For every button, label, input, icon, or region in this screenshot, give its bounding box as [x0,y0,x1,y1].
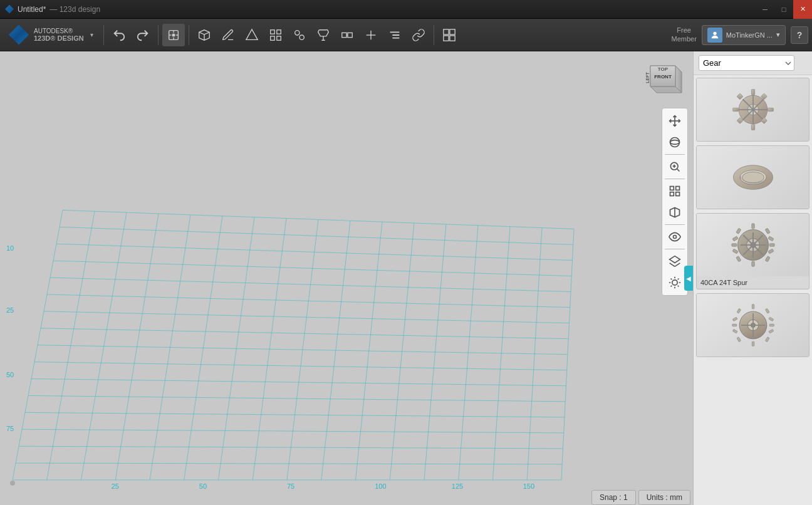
svg-text:FRONT: FRONT [654,74,672,80]
undo-button[interactable] [108,24,130,46]
svg-line-36 [677,169,680,172]
app-diamond-icon [9,25,29,45]
svg-point-33 [670,138,680,147]
maximize-button[interactable]: □ [774,0,793,19]
svg-rect-94 [765,337,769,342]
titlebar-title: Untitled* [18,5,46,14]
pan-button[interactable] [665,111,685,131]
construct-button[interactable] [241,24,263,46]
svg-rect-96 [732,329,737,333]
nav-sep-2 [665,179,685,179]
modify-button[interactable] [264,24,287,46]
right-panel: Gear Bracket Connector [693,51,812,505]
sketch-button[interactable] [217,24,239,46]
redo-button[interactable] [132,24,154,46]
panel-collapse-tab[interactable]: ◀ [684,266,693,291]
svg-line-45 [670,263,675,266]
app-dropdown-button[interactable]: ▾ [89,30,95,39]
titlebar-controls: ─ □ ✕ [756,0,812,19]
visibility-button[interactable] [665,227,685,247]
right-panel-wrapper: ◀ Gear Bracket Connector [693,51,812,505]
user-button[interactable]: MoTinkerGN ... ▾ [702,25,786,45]
svg-rect-14 [348,33,352,37]
svg-rect-57 [768,108,773,111]
svg-rect-19 [450,29,455,34]
svg-rect-70 [731,244,736,246]
svg-rect-68 [751,224,754,229]
app-name: AUTODESK® 123D® DESIGN [34,28,84,42]
nav-sep-4 [665,249,685,249]
svg-rect-79 [768,249,773,254]
svg-rect-7 [270,29,274,33]
svg-rect-39 [670,187,674,190]
list-item[interactable]: 40CA 24T Spur [696,213,809,289]
svg-rect-69 [751,261,754,266]
app-logo: AUTODESK® 123D® DESIGN ▾ [4,25,100,45]
main-area: TOP LEFT FRONT [0,51,812,505]
layers-button[interactable] [665,251,685,271]
svg-rect-88 [752,341,754,346]
toolbar-sep-1 [103,25,104,45]
item-thumbnail [697,78,809,141]
viewcube[interactable]: TOP LEFT FRONT [641,56,688,103]
titlebar-left: Untitled* — 123d design [0,5,100,14]
app-icon-small [5,5,14,14]
orbit-button[interactable] [665,132,685,152]
pattern-button[interactable] [312,24,335,46]
item-label: 40CA 24T Spur [697,276,809,289]
snap-status[interactable]: Snap : 1 [591,490,636,505]
svg-rect-87 [752,305,754,309]
item-thumbnail [697,294,809,357]
toolbar-sep-3 [189,25,189,45]
svg-rect-71 [769,244,774,246]
nav-sep-1 [665,154,685,155]
svg-rect-10 [276,36,280,39]
svg-rect-9 [270,36,274,39]
svg-text:LEFT: LEFT [645,72,650,83]
viewport[interactable]: TOP LEFT FRONT [0,51,693,505]
svg-rect-73 [736,256,741,262]
search-dropdown[interactable]: Gear Bracket Connector [699,55,794,71]
fit-view-button[interactable] [665,181,685,201]
render-button[interactable] [665,273,685,293]
snap-button[interactable] [336,24,358,46]
svg-rect-56 [732,108,738,111]
svg-rect-77 [732,249,738,254]
group-button[interactable] [288,24,311,46]
svg-rect-40 [676,187,680,190]
perspective-button[interactable] [665,202,685,222]
close-button[interactable]: ✕ [793,0,812,19]
svg-rect-97 [768,317,773,321]
item-thumbnail [697,214,809,276]
toolbar-sep-2 [158,25,159,45]
material-button[interactable] [438,24,461,46]
free-member-label: Free Member [671,26,696,43]
app-name-line1: AUTODESK® [34,28,84,34]
user-name: MoTinkerGN ... [726,31,773,39]
list-item[interactable] [696,293,809,357]
svg-rect-89 [732,324,736,326]
user-dropdown-icon: ▾ [776,31,780,39]
text-button[interactable] [383,24,406,46]
list-item[interactable] [696,78,809,142]
svg-rect-54 [751,90,754,95]
link-button[interactable] [407,24,430,46]
minimize-button[interactable]: ─ [756,0,774,19]
zoom-button[interactable] [665,157,685,177]
toolbar: AUTODESK® 123D® DESIGN ▾ [0,19,812,51]
user-icon [707,28,722,43]
units-status[interactable]: Units : mm [638,490,690,505]
list-item[interactable] [696,145,809,209]
help-button[interactable]: ? [791,26,808,44]
panel-items: 40CA 24T Spur [694,75,812,505]
svg-rect-92 [736,337,741,342]
item-thumbnail [697,146,809,209]
nav-sep-3 [665,224,685,225]
svg-rect-21 [450,35,455,40]
svg-rect-42 [676,192,680,196]
svg-point-11 [294,30,299,34]
svg-rect-78 [768,236,773,241]
boolean-button[interactable] [360,24,382,46]
select-tool-button[interactable] [162,24,185,46]
primitive-box-button[interactable] [193,24,216,46]
